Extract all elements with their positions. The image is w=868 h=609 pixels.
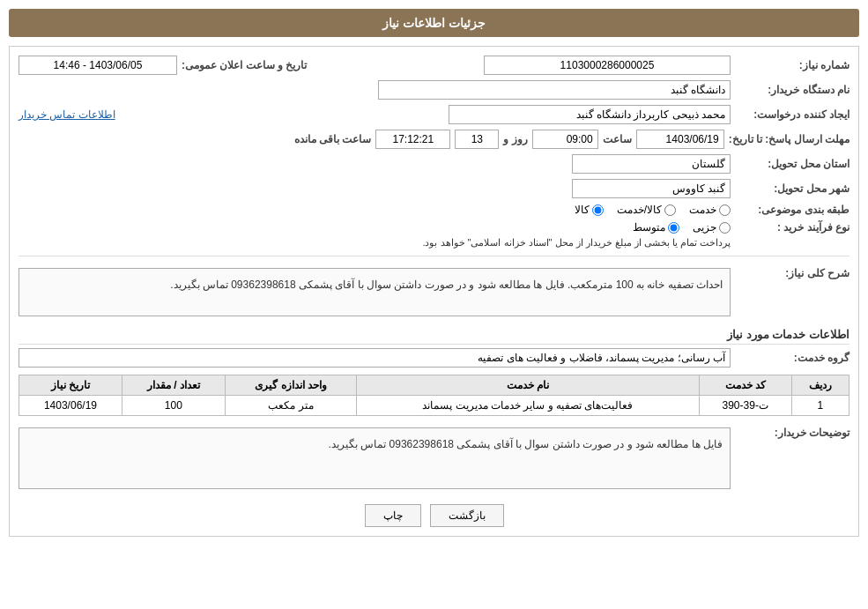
need-number-value: 1103000286000025 [484,56,731,75]
print-button[interactable]: چاپ [365,504,421,527]
col-unit: واحد اندازه گیری [225,375,357,396]
cell-rownum: 1 [791,396,849,416]
category-radio-both[interactable] [664,204,676,216]
category-radio-group: خدمت کالا/خدمت کالا [575,204,731,216]
cell-unit: متر مکعب [225,396,357,416]
process-radio-group: جزیی متوسط [422,221,731,234]
time-label: ساعت [603,133,632,145]
category-option-both[interactable]: کالا/خدمت [617,204,676,216]
category-option-goods[interactable]: کالا [575,204,604,216]
description-label: شرح کلی نیاز: [735,264,849,279]
contact-link[interactable]: اطلاعات تماس خریدار [19,108,115,121]
announce-date-value: 1403/06/05 - 14:46 [19,56,177,75]
need-number-label: شماره نیاز: [735,59,849,71]
category-radio-service[interactable] [719,204,731,216]
process-medium-label: متوسط [633,221,665,234]
cell-quantity: 100 [122,396,225,416]
creator-value: محمد ذبیحی کاربرداز دانشگاه گنبد [449,105,731,124]
services-title: اطلاعات خدمات مورد نیاز [19,328,849,345]
category-goods-label: کالا [575,204,590,216]
cell-date: 1403/06/19 [19,396,122,416]
process-option-medium[interactable]: متوسط [633,221,679,234]
services-table: ردیف کد خدمت نام خدمت واحد اندازه گیری ت… [19,375,849,416]
creator-label: ایجاد کننده درخواست: [735,108,849,121]
process-label: نوع فرآیند خرید : [735,221,849,234]
announce-date-label: تاریخ و ساعت اعلان عمومی: [182,59,307,71]
buyer-desc-text: فایل ها مطالعه شود و در صورت داشتن سوال … [19,427,731,489]
process-partial-label: جزیی [693,221,716,234]
days-value: 13 [455,130,499,149]
description-text: احداث تصفیه خانه به 100 مترمکعب. فایل ها… [19,268,731,316]
remaining-value: 17:12:21 [375,130,450,149]
city-value: گنبد کاووس [572,179,731,198]
process-option-partial[interactable]: جزیی [693,221,731,234]
days-label: روز و [503,133,527,145]
send-deadline-label: مهلت ارسال پاسخ: تا تاریخ: [729,133,849,145]
col-service-code: کد خدمت [699,375,791,396]
col-service-name: نام خدمت [357,375,699,396]
deadline-date-value: 1403/06/19 [636,130,724,149]
group-service-label: گروه خدمت: [735,352,849,364]
category-label: طبقه بندی موضوعی: [735,204,849,216]
services-table-container: ردیف کد خدمت نام خدمت واحد اندازه گیری ت… [19,375,849,416]
city-label: شهر محل تحویل: [735,182,849,195]
time-value: 09:00 [532,130,598,149]
col-quantity: تعداد / مقدار [122,375,225,396]
cell-service-code: ت-39-390 [699,396,791,416]
category-both-label: کالا/خدمت [617,204,662,216]
process-radio-medium[interactable] [668,222,679,234]
process-radio-partial[interactable] [719,222,731,234]
buyer-name-label: نام دستگاه خریدار: [735,84,849,96]
category-radio-goods[interactable] [592,204,604,216]
cell-service-name: فعالیت‌های تصفیه و سایر خدمات مدیریت پسم… [357,396,699,416]
group-service-value: آب رسانی؛ مدیریت پسماند، فاضلاب و فعالیت… [19,348,731,368]
table-row: 1 ت-39-390 فعالیت‌های تصفیه و سایر خدمات… [19,396,849,416]
remaining-label: ساعت باقی مانده [294,133,372,145]
col-date: تاریخ نیاز [19,375,122,396]
province-label: استان محل تحویل: [735,158,849,170]
process-note: پرداخت تمام یا بخشی از مبلغ خریدار از مح… [422,237,731,249]
buyer-name-value: دانشگاه گنبد [378,80,731,100]
category-option-service[interactable]: خدمت [689,204,731,216]
back-button[interactable]: بازگشت [430,504,504,527]
page-title: جزئیات اطلاعات نیاز [9,9,859,37]
province-value: گلستان [572,154,731,174]
buyer-desc-label: توضیحات خریدار: [735,423,849,439]
button-row: بازگشت چاپ [19,504,849,527]
col-rownum: ردیف [791,375,849,396]
category-service-label: خدمت [689,204,716,216]
